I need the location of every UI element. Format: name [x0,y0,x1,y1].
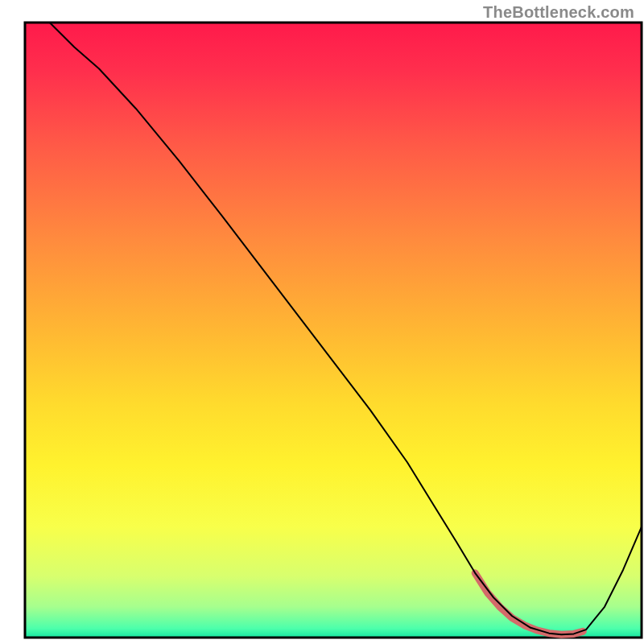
chart-canvas [0,0,644,644]
bottleneck-chart: TheBottleneck.com [0,0,644,644]
chart-background [25,23,642,638]
attribution-label: TheBottleneck.com [483,3,634,22]
